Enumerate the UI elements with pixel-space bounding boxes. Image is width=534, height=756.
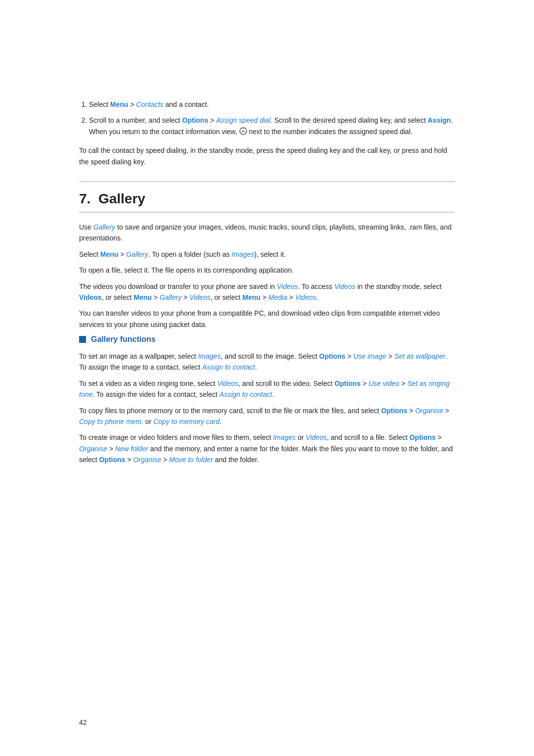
images-link-3: Images (273, 433, 296, 441)
gallery-link-3: Gallery (160, 293, 181, 301)
gallery-functions-p4: To create image or video folders and mov… (79, 432, 455, 465)
gallery-link-2: Gallery (126, 250, 148, 258)
speed-dial-paragraph: To call the contact by speed dialing, in… (79, 145, 455, 167)
options-link-6: Options (99, 456, 125, 464)
list-item-1: Select Menu > Contacts and a contact. (89, 99, 455, 110)
menu-link-1: Menu (110, 100, 129, 108)
videos-link-1: Videos (277, 283, 298, 290)
speed-dial-icon (239, 127, 247, 135)
options-link-5: Options (409, 433, 436, 441)
assign-to-contact-link-2: Assign to contact (220, 390, 272, 398)
assign-link: Assign (428, 116, 451, 124)
copy-to-memory-card-link: Copy to memory card (153, 418, 220, 425)
use-image-link: Use image (353, 352, 386, 360)
gallery-intro-p2: Select Menu > Gallery. To open a folder … (79, 249, 455, 260)
assign-to-contact-link-1: Assign to contact (202, 363, 255, 371)
gallery-functions-heading-row: Gallery functions (79, 335, 455, 344)
set-as-wallpaper-link: Set as wallpaper (394, 352, 445, 360)
chapter-divider (79, 181, 455, 182)
options-link-4: Options (381, 407, 407, 415)
images-link-1: Images (231, 250, 254, 258)
videos-link-2: Videos (334, 283, 356, 290)
menu-link-4: Menu (242, 293, 261, 301)
page: Select Menu > Contacts and a contact. Sc… (0, 0, 534, 756)
media-link: Media (268, 293, 287, 301)
page-number: 42 (79, 718, 87, 726)
organise-link-2: Organise (79, 445, 107, 453)
move-to-folder-link: Move to folder (169, 456, 213, 464)
gallery-intro-p5: You can transfer videos to your phone fr… (79, 308, 455, 330)
new-folder-link: New folder (115, 445, 148, 453)
assign-speed-dial-link: Assign speed dial (216, 116, 270, 124)
menu-link-3: Menu (134, 293, 152, 301)
videos-link-5: Videos (217, 379, 238, 387)
gallery-functions-heading: Gallery functions (91, 335, 156, 344)
gallery-intro-p1: Use Gallery to save and organize your im… (79, 222, 455, 244)
menu-link-2: Menu (100, 250, 119, 258)
chapter-title-row: 7. Gallery (79, 191, 455, 207)
chapter-number: 7. (79, 191, 98, 206)
options-link-2: Options (319, 352, 346, 360)
copy-to-phone-mem-link: Copy to phone mem. (79, 418, 143, 425)
gallery-functions-p1: To set an image as a wallpaper, select I… (79, 351, 455, 373)
contacts-link: Contacts (136, 100, 163, 108)
organise-link-3: Organise (133, 456, 161, 464)
videos-link-4: Videos (295, 293, 316, 301)
numbered-list: Select Menu > Contacts and a contact. Sc… (79, 99, 455, 137)
chapter-divider-bottom (79, 212, 455, 213)
gallery-intro-p3: To open a file, select it. The file open… (79, 265, 455, 276)
gallery-functions-p2: To set a video as a video ringing tone, … (79, 378, 455, 400)
use-video-link: Use video (368, 379, 399, 387)
chapter-title: Gallery (98, 191, 145, 206)
gallery-link-1: Gallery (93, 223, 115, 231)
videos-link-3: Videos (189, 293, 211, 301)
options-link-1: Options (182, 116, 208, 124)
videos-link-6: Videos (306, 433, 327, 441)
list-item-2: Scroll to a number, and select Options >… (89, 115, 455, 137)
videos-bold-link: Videos (79, 293, 102, 301)
gallery-functions-p3: To copy files to phone memory or to the … (79, 405, 455, 427)
organise-link-1: Organise (415, 407, 444, 415)
options-link-3: Options (335, 379, 361, 387)
images-link-2: Images (198, 352, 221, 360)
gallery-intro-p4: The videos you download or transfer to y… (79, 281, 455, 303)
subsection-square-icon (79, 336, 86, 343)
